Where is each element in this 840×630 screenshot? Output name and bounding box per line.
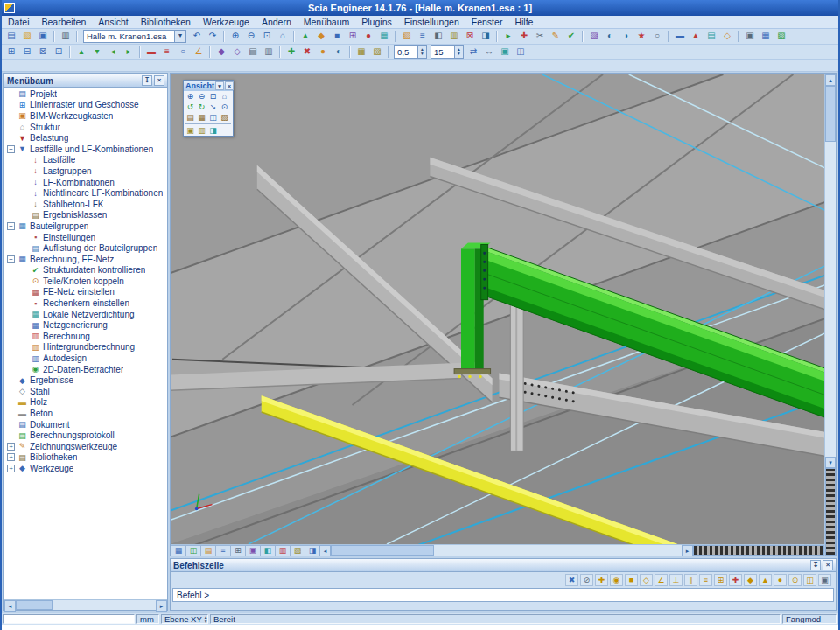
scroll-down-button[interactable]: ▾ [825, 457, 836, 468]
scroll-right-button[interactable]: ▸ [682, 545, 693, 556]
tree-item-belastung[interactable]: ▼Belastung [4, 132, 167, 144]
tree-item-stahlbeton-lfk[interactable]: ↓Stahlbeton-LFK [4, 199, 167, 210]
menu-fenster[interactable]: Fenster [466, 17, 509, 27]
snap-clear-icon[interactable]: ✖ [565, 574, 578, 586]
snap-edge-icon[interactable]: ◫ [803, 574, 816, 586]
view-top-icon[interactable]: ▦ [196, 112, 207, 122]
panel-scrollbar[interactable]: ◂ ▸ [4, 599, 167, 610]
roof-panels[interactable] [171, 74, 824, 544]
tree-item-berechnung-fe-netz[interactable]: −▦Berechnung, FE-Netz [4, 254, 167, 265]
columns-icon[interactable]: ▥ [262, 46, 276, 59]
scrollbar-thumb[interactable] [825, 86, 836, 142]
palette-close-icon[interactable]: × [225, 81, 234, 90]
member-icon[interactable]: ◆ [314, 30, 328, 43]
tree-item-lastgruppen[interactable]: ↓Lastgruppen [4, 165, 167, 177]
node-icon[interactable]: ● [361, 30, 375, 43]
tree-item-bibliotheken[interactable]: +▤Bibliotheken [4, 452, 167, 464]
tab-hatch-icon[interactable]: ▨ [290, 545, 304, 556]
section-icon[interactable]: ▧ [400, 30, 414, 43]
copy-view-icon[interactable]: ▥ [196, 125, 207, 136]
tab-list-icon[interactable]: ≡ [215, 545, 230, 556]
zoom-in-icon[interactable]: ⊕ [228, 30, 242, 43]
zoom-in-icon[interactable]: ⊕ [185, 91, 196, 102]
snap-box-icon[interactable]: ⊠ [36, 46, 50, 59]
expand-toggle[interactable]: + [7, 453, 15, 461]
hatch-icon[interactable]: ▨ [587, 30, 601, 43]
snap-raster-icon[interactable]: ⊞ [714, 574, 727, 586]
scrollbar-thumb[interactable] [16, 600, 52, 610]
spinner-arrows-icon[interactable]: ▴ ▾ [417, 46, 426, 58]
tree-item-strukturdaten-kontrollieren[interactable]: ✔Strukturdaten kontrollieren [4, 265, 167, 276]
delete-icon[interactable]: ⊠ [463, 30, 477, 43]
vertical-scrollbar[interactable]: ▴ ▾ [824, 74, 836, 556]
splitter-stripes[interactable] [693, 545, 824, 556]
snap-parallel-icon[interactable]: ∥ [684, 574, 697, 586]
tab-right-icon[interactable]: ◨ [304, 545, 319, 556]
fill-icon[interactable]: ▧ [774, 30, 788, 43]
zoom-out-icon[interactable]: ⊖ [196, 91, 207, 102]
menu-bibliotheken[interactable]: Bibliotheken [135, 17, 197, 27]
tab-rows-icon[interactable]: ▥ [275, 545, 290, 556]
tree-item-netzgenerierung[interactable]: ▦Netzgenerierung [4, 319, 167, 331]
solid-icon[interactable]: ◆ [214, 46, 228, 59]
insert-icon[interactable]: ✚ [284, 46, 298, 59]
table-icon[interactable]: ▤ [704, 30, 718, 43]
load-icon[interactable]: ▥ [447, 30, 461, 43]
tree-item-bauteilgruppen[interactable]: −▦Bauteilgruppen [4, 220, 167, 232]
tree-item-linienraster-und-geschosse[interactable]: ⊞Linienraster und Geschosse [4, 100, 167, 111]
render-mode-icon[interactable]: ▲ [298, 30, 312, 43]
menu-bearbeiten[interactable]: Bearbeiten [36, 17, 93, 27]
snap-point-icon[interactable]: ● [774, 574, 787, 586]
raster2-icon[interactable]: ▨ [370, 46, 384, 59]
tree-item-nichtlineare-lf-kombinationen[interactable]: ↓Nichtlineare LF-Kombinationen [4, 187, 167, 199]
palette-titlebar[interactable]: Ansicht ▾ × [184, 80, 233, 91]
scroll-right-button[interactable]: ▸ [156, 600, 167, 612]
center-view-icon[interactable]: ⊙ [219, 102, 230, 112]
scroll-up-button[interactable]: ▴ [825, 74, 836, 86]
palette-dropdown-icon[interactable]: ▾ [215, 81, 224, 90]
remove-icon[interactable]: ✖ [300, 46, 314, 59]
tree-item-projekt[interactable]: ▤Projekt [4, 88, 167, 100]
snap-midpoint-icon[interactable]: ◇ [640, 574, 653, 586]
rows-icon[interactable]: ▤ [246, 46, 260, 59]
menu-menübaum[interactable]: Menübaum [298, 17, 356, 27]
snap-center-icon[interactable]: ◉ [610, 574, 623, 586]
check-icon[interactable]: ✔ [564, 30, 578, 43]
circle-tool-icon[interactable]: ○ [176, 46, 190, 59]
menu-hilfe[interactable]: Hilfe [508, 17, 539, 27]
point-icon[interactable]: ● [316, 46, 330, 59]
axis-view-icon[interactable]: ◨ [479, 30, 493, 43]
tree-item-struktur[interactable]: ⌂Struktur [4, 122, 167, 133]
open-icon[interactable]: ▧ [20, 30, 34, 43]
scroll-left-button[interactable]: ◂ [4, 600, 16, 612]
tree-item-zeichnungswerkzeuge[interactable]: +✎Zeichnungswerkzeuge [4, 441, 167, 452]
line-icon[interactable]: ▬ [144, 46, 158, 59]
menu-ändern[interactable]: Ändern [256, 17, 298, 27]
tab-layers-icon[interactable]: ▤ [200, 545, 215, 556]
gray-secondary-column[interactable] [510, 303, 523, 452]
tree-item-autodesign[interactable]: ▥Autodesign [4, 353, 167, 364]
solid-view-icon[interactable]: ▣ [498, 46, 512, 59]
tab-views-icon[interactable]: ◫ [186, 545, 200, 556]
new-icon[interactable]: ▤ [4, 30, 18, 43]
snap-endpoint-icon[interactable]: ■ [625, 574, 638, 586]
snap-mid-icon[interactable]: ⊡ [52, 46, 66, 59]
expand-toggle[interactable]: + [7, 465, 15, 472]
wireframe-icon[interactable]: ◑ [619, 30, 633, 43]
tree-item-rechenkern-einstellen[interactable]: ▪Rechenkern einstellen [4, 298, 167, 309]
layers-icon[interactable]: ≡ [416, 30, 430, 43]
diamond-icon[interactable]: ◇ [720, 30, 734, 43]
pin-icon[interactable]: ↧ [810, 560, 821, 570]
save-icon[interactable]: ▣ [36, 30, 50, 43]
tab-solid-icon[interactable]: ▣ [245, 545, 260, 556]
scale-spinner[interactable]: 0,5 ▴ ▾ [394, 46, 427, 59]
outline-icon[interactable]: ◇ [230, 46, 244, 59]
collapse-toggle[interactable]: − [7, 145, 15, 153]
snap-angle-icon[interactable]: ∠ [654, 574, 668, 586]
tree-item-lokale-netzverdichtung[interactable]: ▦Lokale Netzverdichtung [4, 309, 167, 320]
zoom-all-icon[interactable]: ⌂ [276, 30, 290, 43]
snap-node-icon[interactable]: ◆ [744, 574, 757, 586]
shading-icon[interactable]: ◐ [603, 30, 617, 43]
tree-item-dokument[interactable]: ▤Dokument [4, 419, 167, 430]
menu-einstellungen[interactable]: Einstellungen [398, 17, 466, 27]
